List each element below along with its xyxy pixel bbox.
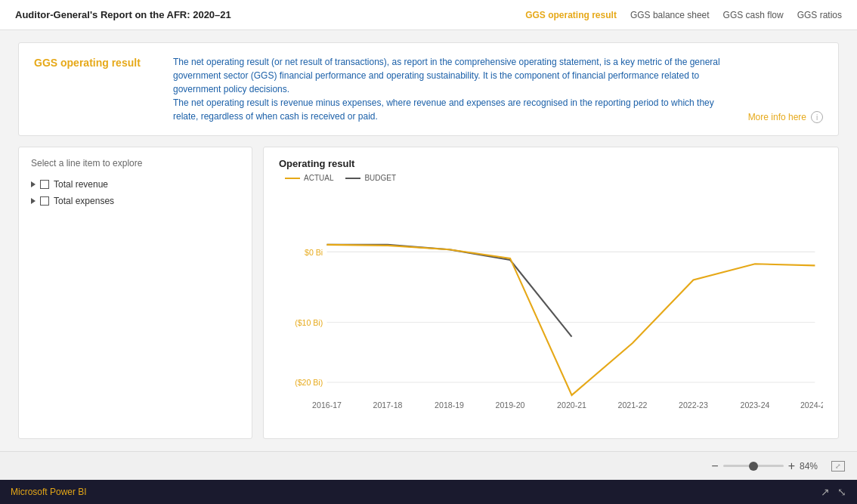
- info-card-title: GGS operating result: [34, 55, 155, 69]
- svg-text:2016-17: 2016-17: [312, 400, 342, 410]
- svg-text:2019-20: 2019-20: [496, 400, 525, 410]
- line-item-label-expenses: Total expenses: [54, 196, 114, 206]
- svg-text:2017-18: 2017-18: [373, 400, 403, 410]
- svg-text:2023-24: 2023-24: [741, 400, 770, 410]
- footer-controls: − + 84% ⤢: [0, 451, 857, 480]
- more-info-section: More info here i: [748, 111, 823, 123]
- budget-line: [327, 245, 572, 337]
- info-body-text: The net operating result (or net result …: [173, 57, 720, 122]
- checkbox-revenue[interactable]: [40, 180, 49, 189]
- more-info-link[interactable]: More info here: [748, 112, 806, 122]
- fullscreen-icon[interactable]: ⤢: [831, 461, 845, 472]
- chart-svg: $0 Bi ($10 Bi) ($20 Bi) 2016-17 2017-18 …: [279, 185, 823, 431]
- svg-text:2018-19: 2018-19: [435, 400, 464, 410]
- zoom-minus-button[interactable]: −: [711, 460, 718, 472]
- powerbi-link[interactable]: Microsoft Power BI: [11, 487, 87, 497]
- nav-ggs-operating[interactable]: GGS operating result: [525, 10, 617, 20]
- chart-panel: Operating result ACTUAL BUDGET: [263, 147, 839, 439]
- chart-container: $0 Bi ($10 Bi) ($20 Bi) 2016-17 2017-18 …: [279, 185, 823, 431]
- charts-area: Select a line item to explore Total reve…: [18, 147, 839, 439]
- nav-ggs-balance[interactable]: GGS balance sheet: [630, 10, 710, 20]
- svg-text:$0 Bi: $0 Bi: [305, 248, 323, 257]
- expand-icon: [31, 181, 36, 187]
- chart-legend: ACTUAL BUDGET: [285, 174, 823, 182]
- zoom-slider[interactable]: [723, 465, 784, 467]
- legend-actual-line: [285, 178, 300, 179]
- zoom-value: 84%: [800, 461, 822, 472]
- zoom-thumb[interactable]: [749, 462, 758, 471]
- legend-actual: ACTUAL: [285, 174, 333, 182]
- info-card: GGS operating result The net operating r…: [18, 42, 839, 136]
- nav-ggs-cashflow[interactable]: GGS cash flow: [723, 10, 784, 20]
- left-panel-title: Select a line item to explore: [31, 158, 240, 169]
- actual-line: [327, 245, 815, 395]
- powerbi-footer: Microsoft Power BI ↗ ⤡: [0, 480, 857, 504]
- app-title: Auditor-General's Report on the AFR: 202…: [15, 9, 231, 20]
- svg-text:2021-22: 2021-22: [618, 400, 648, 410]
- share-icon[interactable]: ↗: [821, 486, 830, 498]
- svg-text:($10 Bi): ($10 Bi): [295, 318, 323, 327]
- legend-budget: BUDGET: [345, 174, 396, 182]
- svg-text:($20 Bi): ($20 Bi): [295, 378, 323, 387]
- svg-text:2020-21: 2020-21: [557, 400, 586, 410]
- line-item-expenses[interactable]: Total expenses: [31, 196, 240, 206]
- info-card-body: The net operating result (or net result …: [173, 55, 730, 123]
- legend-budget-label: BUDGET: [364, 174, 396, 182]
- expand-icon[interactable]: ⤡: [837, 486, 846, 498]
- header-nav: GGS operating result GGS balance sheet G…: [525, 10, 842, 20]
- header: Auditor-General's Report on the AFR: 202…: [0, 0, 857, 30]
- checkbox-expenses[interactable]: [40, 196, 49, 206]
- line-item-label-revenue: Total revenue: [54, 179, 108, 190]
- left-panel: Select a line item to explore Total reve…: [18, 147, 252, 439]
- legend-actual-label: ACTUAL: [304, 174, 333, 182]
- main-content: GGS operating result The net operating r…: [0, 30, 857, 451]
- info-icon[interactable]: i: [811, 111, 823, 123]
- legend-budget-line: [345, 178, 360, 179]
- zoom-controls: − + 84%: [711, 460, 822, 472]
- expand-icon-expenses: [31, 198, 36, 204]
- zoom-plus-button[interactable]: +: [788, 460, 795, 472]
- line-item-revenue[interactable]: Total revenue: [31, 179, 240, 190]
- powerbi-icons: ↗ ⤡: [821, 486, 846, 498]
- svg-text:2022-23: 2022-23: [679, 400, 708, 410]
- nav-ggs-ratios[interactable]: GGS ratios: [797, 10, 842, 20]
- chart-title: Operating result: [279, 158, 823, 169]
- svg-text:2024-25: 2024-25: [800, 400, 823, 410]
